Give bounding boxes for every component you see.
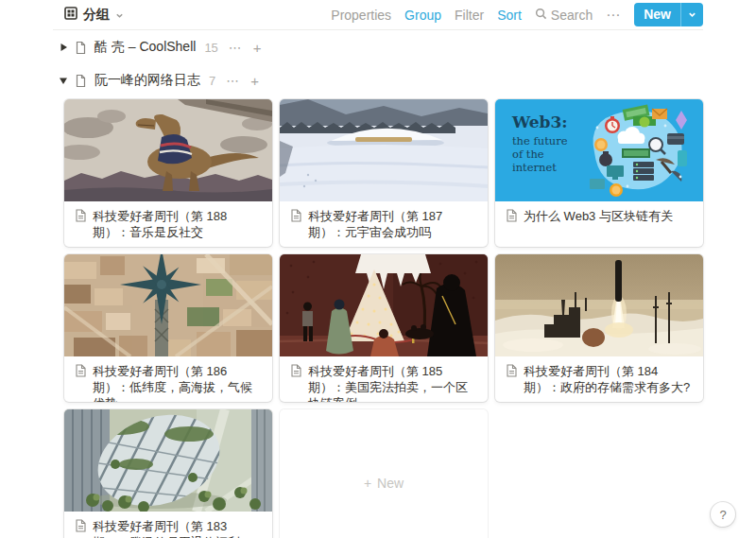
group-header-ruanyifeng: 阮一峰的网络日志 7 ⋯ + [53,68,756,93]
expand-toggle-icon[interactable] [53,77,74,85]
group-count: 15 [204,41,217,55]
web3-cover-line: the future [512,135,568,148]
card-title-row: 科技爱好者周刊（第 185 期）：美国宪法拍卖，一个区块链案例 [280,356,488,402]
group-header-coolshell: 酷 壳 – CoolShell 15 ⋯ + [53,35,756,60]
document-icon [74,364,87,377]
card-issue-183[interactable]: 科技爱好者周刊（第 183 期）：腾讯的员工退休福利 [64,409,272,538]
view-toolbar: 分组 Properties Group Filter Sort Search ⋯… [53,0,703,30]
dinosaur-museum-cover-image [64,99,272,201]
card-issue-186[interactable]: 科技爱好者周刊（第 186 期）：低纬度，高海拔，气候优势 [64,254,272,402]
card-issue-188[interactable]: 科技爱好者周刊（第 188 期）：音乐是反社交 [64,99,272,247]
plus-icon: + [364,476,371,491]
view-switcher[interactable]: 分组 [64,7,124,24]
document-icon [74,519,87,532]
page-icon [74,74,88,88]
new-card-button[interactable]: + New [280,409,488,538]
card-web3[interactable]: Web3: the future of the internet 为什么 Web… [495,99,703,247]
snow-pavilion-cover-image [280,99,488,201]
collapse-toggle-icon[interactable] [53,43,74,52]
document-icon [505,364,518,377]
card-title: 科技爱好者周刊（第 184 期）：政府的存储需求有多大? [524,363,694,395]
sort-button[interactable]: Sort [497,8,522,23]
chevron-down-icon [115,7,124,24]
group-button[interactable]: Group [404,8,441,23]
card-issue-184[interactable]: 科技爱好者周刊（第 184 期）：政府的存储需求有多大? [495,254,703,402]
document-icon [289,209,302,222]
card-issue-187[interactable]: 科技爱好者周刊（第 187 期）：元宇宙会成功吗 [280,99,488,247]
document-icon [74,209,87,222]
card-issue-185[interactable]: 科技爱好者周刊（第 185 期）：美国宪法拍卖，一个区块链案例 [280,254,488,402]
card-title-row: 科技爱好者周刊（第 184 期）：政府的存储需求有多大? [495,356,703,402]
web3-cover-headline: Web3: [512,113,568,131]
more-options-button[interactable]: ⋯ [606,7,621,24]
group-more-button[interactable]: ⋯ [229,40,243,55]
group-add-button[interactable]: + [253,40,262,56]
document-icon [289,364,302,377]
new-button-label[interactable]: New [634,3,680,26]
web3-cover-image: Web3: the future of the internet [495,99,703,201]
card-title: 科技爱好者周刊（第 186 期）：低纬度，高海拔，气候优势 [93,363,263,402]
helix-building-cover-image [64,409,272,512]
card-title: 科技爱好者周刊（第 188 期）：音乐是反社交 [93,208,263,240]
toolbar-actions: Properties Group Filter Sort Search ⋯ Ne… [331,3,703,26]
card-title: 科技爱好者周刊（第 183 期）：腾讯的员工退休福利 [93,518,263,538]
card-title: 科技爱好者周刊（第 187 期）：元宇宙会成功吗 [308,208,478,240]
web3-cover-text: Web3: the future of the internet [512,113,568,175]
app-window: 分组 Properties Group Filter Sort Search ⋯… [0,0,756,538]
group-add-button[interactable]: + [250,73,259,89]
filter-button[interactable]: Filter [455,8,484,23]
group-more-button[interactable]: ⋯ [226,73,240,88]
new-button[interactable]: New [634,3,703,26]
new-button-dropdown[interactable] [681,3,703,26]
search-button[interactable]: Search [535,8,593,23]
card-title-row: 科技爱好者周刊（第 183 期）：腾讯的员工退休福利 [64,512,272,538]
card-title-row: 为什么 Web3 与区块链有关 [495,201,703,231]
group-count: 7 [209,74,215,88]
help-label: ? [719,508,726,522]
glass-star-city-cover-image [64,254,272,356]
card-title-row: 科技爱好者周刊（第 186 期）：低纬度，高海拔，气候优势 [64,356,272,402]
view-title: 分组 [83,7,110,24]
web3-cover-line: internet [512,162,568,175]
page-icon [74,41,88,55]
group-title[interactable]: 阮一峰的网络日志 [94,72,200,89]
night-tent-scene-cover-image [280,254,488,356]
card-title: 为什么 Web3 与区块链有关 [524,208,673,224]
group-title[interactable]: 酷 壳 – CoolShell [94,39,196,56]
gallery-grid: 科技爱好者周刊（第 188 期）：音乐是反社交 [64,99,703,538]
properties-button[interactable]: Properties [331,8,391,23]
board-view-icon [64,7,77,24]
web3-cover-line: of the [512,148,568,162]
card-title-row: 科技爱好者周刊（第 187 期）：元宇宙会成功吗 [280,201,488,247]
card-title-row: 科技爱好者周刊（第 188 期）：音乐是反社交 [64,201,272,247]
card-title: 科技爱好者周刊（第 185 期）：美国宪法拍卖，一个区块链案例 [308,363,478,402]
new-card-label: New [377,476,404,491]
help-button[interactable]: ? [711,502,735,527]
search-icon [535,8,547,23]
rocket-launch-cover-image [495,254,703,356]
search-label: Search [551,8,593,23]
document-icon [505,209,518,222]
